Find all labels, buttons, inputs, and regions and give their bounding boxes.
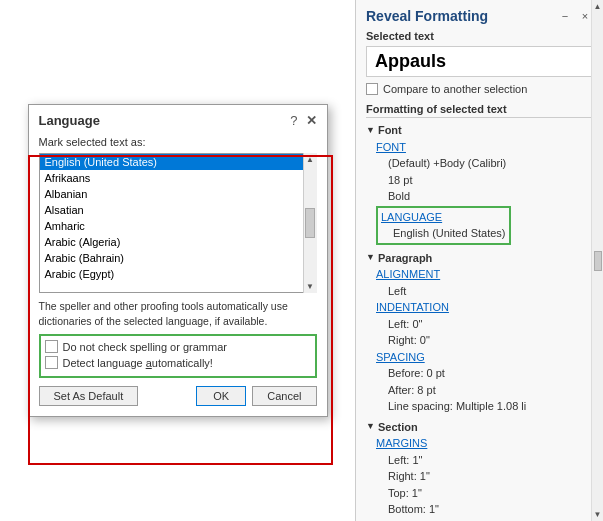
reveal-panel-controls: − × [557, 8, 593, 24]
footer-left: Set As Default [39, 386, 139, 406]
margin-right: Right: 1" [376, 468, 593, 485]
font-section-label: Font [378, 122, 402, 139]
font-size-value: 18 pt [376, 172, 593, 189]
language-value: English (United States) [381, 225, 506, 242]
language-item-albanian[interactable]: Albanian [40, 186, 316, 202]
margin-left: Left: 1" [376, 452, 593, 469]
font-tree-section: ▼ Font FONT (Default) +Body (Calibri) 18… [366, 122, 593, 246]
listbox-scrollbar[interactable]: ▲ ▼ [303, 153, 317, 293]
font-value: (Default) +Body (Calibri) [376, 155, 593, 172]
detect-language-label: Detect language automatically! [63, 357, 213, 369]
language-item-arabic-bahrain[interactable]: Arabic (Bahrain) [40, 250, 316, 266]
panel-scrollbar[interactable]: ▲ ▼ [591, 0, 603, 521]
selected-text-label: Selected text [366, 30, 593, 42]
dialog-title: Language [39, 113, 100, 128]
spelling-checkbox[interactable] [45, 340, 58, 353]
dialog-overlay: Language ? ✕ Mark selected text as: Engl… [0, 0, 355, 521]
language-link[interactable]: LANGUAGE [381, 211, 442, 223]
detect-language-checkbox-row: Detect language automatically! [45, 356, 311, 369]
language-item-arabic-algeria[interactable]: Arabic (Algeria) [40, 234, 316, 250]
section-section-header: ▼ Section [366, 419, 593, 436]
selected-text-value: Appauls [375, 51, 446, 71]
formatting-tree: ▼ Font FONT (Default) +Body (Calibri) 18… [366, 122, 593, 521]
spacing-link[interactable]: SPACING [376, 351, 425, 363]
paragraph-tree-section: ▼ Paragraph ALIGNMENT Left INDENTATION L… [366, 250, 593, 415]
spacing-line: Line spacing: Multiple 1.08 li [376, 398, 593, 415]
pin-button[interactable]: − [557, 8, 573, 24]
indent-left: Left: 0" [376, 316, 593, 333]
dialog-body: Mark selected text as: English (United S… [29, 132, 327, 416]
ok-button[interactable]: OK [196, 386, 246, 406]
spacing-after: After: 8 pt [376, 382, 593, 399]
dialog-close-button[interactable]: ✕ [306, 113, 317, 128]
language-item-english-us[interactable]: English (United States) [40, 154, 316, 170]
section-arrow: ▼ [366, 420, 375, 434]
reveal-panel-title: Reveal Formatting [366, 8, 488, 24]
font-link[interactable]: FONT [376, 141, 406, 153]
reveal-panel: Reveal Formatting − × Selected text Appa… [355, 0, 603, 521]
paragraph-section-header: ▼ Paragraph [366, 250, 593, 267]
dialog-footer: Set As Default OK Cancel [39, 386, 317, 406]
compare-row: Compare to another selection [366, 83, 593, 95]
margin-top: Top: 1" [376, 485, 593, 502]
language-highlight: LANGUAGE English (United States) [376, 206, 511, 245]
formatting-section-label: Formatting of selected text [366, 103, 593, 118]
section-tree-section: ▼ Section MARGINS Left: 1" Right: 1" Top… [366, 419, 593, 522]
indentation-link[interactable]: INDENTATION [376, 301, 449, 313]
section-label: Section [378, 419, 418, 436]
margin-bottom: Bottom: 1" [376, 501, 593, 518]
language-item-amharic[interactable]: Amharic [40, 218, 316, 234]
alignment-value: Left [376, 283, 593, 300]
reveal-panel-header: Reveal Formatting − × [366, 8, 593, 24]
language-dialog: Language ? ✕ Mark selected text as: Engl… [28, 104, 328, 417]
margins-link[interactable]: MARGINS [376, 437, 427, 449]
selected-text-box: Appauls [366, 46, 593, 77]
dialog-instruction: Mark selected text as: [39, 136, 317, 148]
compare-checkbox[interactable] [366, 83, 378, 95]
indent-right: Right: 0" [376, 332, 593, 349]
font-subsection: FONT (Default) +Body (Calibri) 18 pt Bol… [366, 139, 593, 246]
cancel-button[interactable]: Cancel [252, 386, 316, 406]
font-bold-value: Bold [376, 188, 593, 205]
paragraph-subsection: ALIGNMENT Left INDENTATION Left: 0" Righ… [366, 266, 593, 415]
spelling-checkbox-row: Do not check spelling or grammar [45, 340, 311, 353]
checkbox-group: Do not check spelling or grammar Detect … [39, 334, 317, 378]
compare-label: Compare to another selection [383, 83, 527, 95]
dialog-help-button[interactable]: ? [290, 113, 297, 128]
footer-right: OK Cancel [196, 386, 316, 406]
detect-language-checkbox[interactable] [45, 356, 58, 369]
dialog-titlebar: Language ? ✕ [29, 105, 327, 132]
dialog-title-buttons: ? ✕ [290, 113, 316, 128]
spacing-before: Before: 0 pt [376, 365, 593, 382]
paragraph-label: Paragraph [378, 250, 432, 267]
alignment-link[interactable]: ALIGNMENT [376, 268, 440, 280]
language-listbox[interactable]: English (United States) Afrikaans Albani… [39, 153, 317, 293]
section-subsection: MARGINS Left: 1" Right: 1" Top: 1" Botto… [366, 435, 593, 521]
language-item-arabic-egypt[interactable]: Arabic (Egypt) [40, 266, 316, 282]
spelling-checkbox-label: Do not check spelling or grammar [63, 341, 227, 353]
dialog-note: The speller and other proofing tools aut… [39, 299, 317, 328]
language-item-alsatian[interactable]: Alsatian [40, 202, 316, 218]
font-section-header: ▼ Font [366, 122, 593, 139]
font-arrow: ▼ [366, 124, 375, 138]
paragraph-arrow: ▼ [366, 251, 375, 265]
language-item-afrikaans[interactable]: Afrikaans [40, 170, 316, 186]
set-as-default-button[interactable]: Set As Default [39, 386, 139, 406]
